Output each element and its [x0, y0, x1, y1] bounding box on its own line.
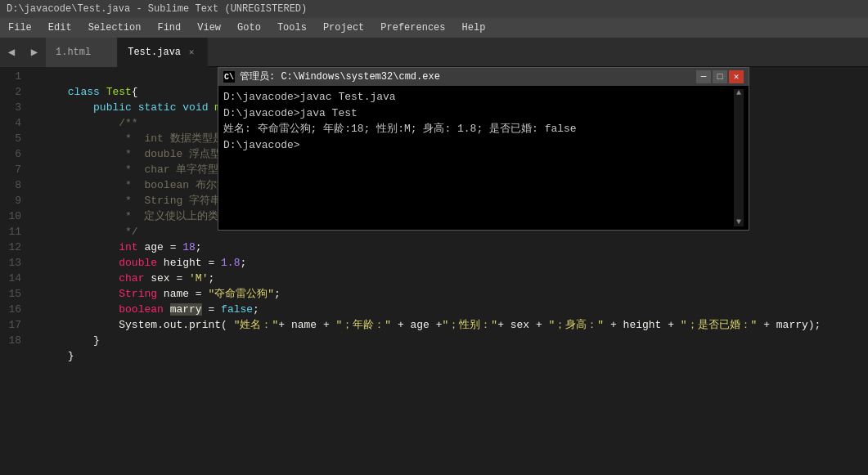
tab-nav-prev[interactable]: ◀ [0, 38, 23, 67]
cmd-body: D:\javacode>javac Test.java D:\javacode>… [218, 86, 749, 230]
menu-help[interactable]: Help [454, 18, 494, 38]
title-text: D:\javacode\Test.java - Sublime Text (UN… [7, 3, 307, 15]
menu-file[interactable]: File [0, 18, 40, 38]
menu-selection[interactable]: Selection [80, 18, 150, 38]
tab-bar: ◀ ▶ 1.html Test.java ✕ [0, 38, 868, 67]
menu-bar: File Edit Selection Find View Goto Tools… [0, 18, 868, 38]
cmd-maximize-btn[interactable]: □ [713, 70, 727, 83]
tab-nav-next[interactable]: ▶ [23, 38, 46, 67]
tab-java-label: Test.java [128, 47, 181, 58]
editor-area: 1 2 3 4 5 6 7 8 9 10 11 12 13 14 15 16 1… [0, 67, 868, 475]
cmd-line-2: D:\javacode>java Test [223, 105, 734, 122]
tab-html-close [96, 47, 107, 58]
cmd-scrollbar[interactable]: ▲ ▼ [734, 89, 744, 226]
tab-java[interactable]: Test.java ✕ [118, 38, 208, 67]
code-line-18: } [29, 333, 868, 348]
menu-preferences[interactable]: Preferences [372, 18, 453, 38]
menu-goto[interactable]: Goto [229, 18, 269, 38]
cmd-icon: C\ [223, 71, 235, 83]
menu-tools[interactable]: Tools [269, 18, 315, 38]
cmd-text-area: D:\javacode>javac Test.java D:\javacode>… [223, 89, 734, 226]
tab-java-close[interactable]: ✕ [186, 47, 197, 58]
menu-project[interactable]: Project [315, 18, 372, 38]
menu-view[interactable]: View [189, 18, 229, 38]
cmd-title-text: 管理员: C:\Windows\system32\cmd.exe [240, 69, 440, 85]
cmd-window[interactable]: C\ 管理员: C:\Windows\system32\cmd.exe ─ □ … [218, 67, 749, 231]
title-bar: D:\javacode\Test.java - Sublime Text (UN… [0, 0, 868, 18]
cmd-close-btn[interactable]: ✕ [729, 70, 744, 83]
cmd-line-4: D:\javacode> [223, 137, 734, 154]
cmd-minimize-btn[interactable]: ─ [696, 70, 711, 83]
menu-find[interactable]: Find [149, 18, 189, 38]
scroll-down-arrow[interactable]: ▼ [736, 218, 741, 226]
tab-html[interactable]: 1.html [46, 38, 118, 67]
scroll-up-arrow[interactable]: ▲ [736, 89, 741, 97]
cmd-controls: ─ □ ✕ [696, 70, 744, 83]
menu-edit[interactable]: Edit [40, 18, 80, 38]
code-content[interactable]: class Test{ public static void main(Stri… [29, 67, 868, 475]
line-numbers: 1 2 3 4 5 6 7 8 9 10 11 12 13 14 15 16 1… [0, 67, 29, 475]
cmd-line-3: 姓名: 夺命雷公狗; 年龄:18; 性别:M; 身高: 1.8; 是否已婚: f… [223, 121, 734, 137]
cmd-titlebar[interactable]: C\ 管理员: C:\Windows\system32\cmd.exe ─ □ … [218, 68, 749, 86]
tab-html-label: 1.html [56, 47, 91, 58]
cmd-line-1: D:\javacode>javac Test.java [223, 89, 734, 105]
